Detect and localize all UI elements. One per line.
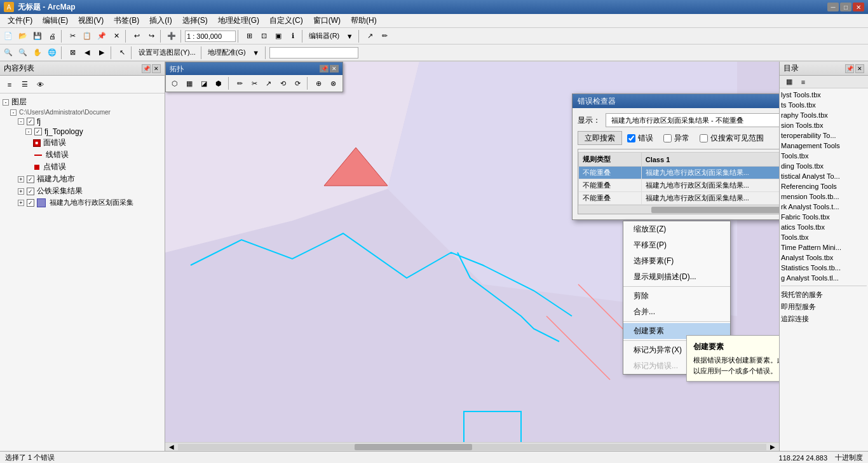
topo-btn-8[interactable]: ⟲ (276, 76, 290, 90)
select-features-btn[interactable]: ▣ (271, 29, 285, 43)
topo-btn-5[interactable]: ✏ (233, 76, 247, 90)
maximize-button[interactable]: □ (840, 3, 851, 11)
map-area[interactable]: 拓扑 📌 ✕ ⬡ ▦ ◪ ⬢ ✏ ✂ ↗ ⟲ ⟳ ⊕ ⊗ (165, 62, 779, 451)
dialog-title-bar[interactable]: 错误检查器 ─ ✕ (573, 94, 779, 108)
topo-btn-9[interactable]: ⟳ (291, 76, 304, 90)
menu-select[interactable]: 选择(S) (177, 14, 213, 27)
print-btn[interactable]: 🖨 (45, 29, 59, 43)
scroll-right-btn[interactable]: ▶ (766, 443, 779, 450)
exception-checkbox[interactable] (663, 134, 672, 142)
fwd-extent-btn[interactable]: ▶ (95, 46, 109, 60)
catalog-item[interactable]: tistical Analyst To... (781, 171, 867, 181)
menu-geoprocessing[interactable]: 地理处理(G) (213, 14, 264, 27)
topo-btn-4[interactable]: ⬢ (212, 76, 226, 90)
topology-toolbar-header[interactable]: 拓扑 📌 ✕ (166, 62, 342, 75)
close-button[interactable]: ✕ (853, 3, 864, 11)
georef-dropdown-btn[interactable]: ▼ (249, 46, 263, 60)
menu-window[interactable]: 窗口(W) (308, 14, 346, 27)
back-extent-btn[interactable]: ◀ (80, 46, 94, 60)
identify-btn[interactable]: ℹ (286, 29, 300, 43)
zoom-full-btn[interactable]: ⊞ (242, 29, 256, 43)
new-btn[interactable]: 📄 (1, 29, 15, 43)
editor-dropdown-btn[interactable]: ▼ (342, 29, 356, 43)
menu-bookmark[interactable]: 书签(B) (109, 14, 144, 27)
ctx-show-rule-desc[interactable]: 显示规则描述(D)... (623, 269, 730, 285)
catalog-item-managed-svc[interactable]: 我托管的服务 (781, 289, 867, 301)
toc-fujian-admin[interactable]: + 福建九地市行政区划面采集 (18, 197, 162, 208)
visible-only-checkbox[interactable] (700, 134, 708, 142)
selectable-layers-btn[interactable]: 设置可选图层(Y)... (135, 46, 199, 60)
menu-file[interactable]: 文件(F) (3, 14, 37, 27)
toc-layers-root[interactable]: - 图层 (3, 96, 162, 108)
topo-btn-11[interactable]: ⊗ (327, 76, 340, 90)
edit-tool-btn[interactable]: ↗ (363, 29, 377, 43)
toc-fj-topology[interactable]: - fj_Topology (25, 127, 162, 137)
toc-9city-checkbox[interactable] (27, 176, 34, 183)
catalog-item[interactable]: mension Tools.tb... (781, 191, 867, 202)
hscroll-thumb[interactable] (355, 444, 472, 450)
visible-only-checkbox-label[interactable]: 仅搜索可见范围 (700, 133, 764, 144)
catalog-item[interactable]: Tools.tbx (781, 151, 867, 161)
catalog-item[interactable]: Time Pattern Mini... (781, 242, 867, 252)
toc-list-by-source-btn[interactable]: ☰ (18, 78, 32, 91)
menu-edit[interactable]: 编辑(E) (37, 14, 73, 27)
catalog-item[interactable]: Referencing Tools (781, 181, 867, 191)
scale-input[interactable] (185, 31, 236, 42)
toc-fujian-9city[interactable]: + 福建九地市 (18, 173, 162, 185)
table-row[interactable]: 不能重叠 福建九地市行政区划面采集结果... 面 1 (579, 179, 780, 192)
select-arrow-btn[interactable]: ↖ (115, 46, 129, 60)
toc-fj-checkbox[interactable] (27, 118, 34, 125)
topo-btn-10[interactable]: ⊕ (312, 76, 325, 90)
add-data-btn[interactable]: ➕ (165, 29, 179, 43)
toc-admin-checkbox[interactable] (27, 199, 34, 207)
minimize-button[interactable]: ─ (827, 3, 839, 11)
topo-btn-2[interactable]: ▦ (183, 76, 196, 90)
catalog-item[interactable]: lyst Tools.tbx (781, 90, 867, 100)
toc-gongtie-checkbox[interactable] (27, 188, 34, 195)
catalog-item[interactable]: teroperability To... (781, 130, 867, 141)
ctx-zoom-to[interactable]: 缩放至(Z) (623, 221, 730, 237)
error-checkbox[interactable] (627, 134, 635, 142)
toc-gongtie[interactable]: + 公铁采集结果 (18, 185, 162, 197)
toc-pin-btn[interactable]: 📌 (142, 64, 151, 73)
catalog-item[interactable]: Management Tools (781, 141, 867, 151)
catalog-item[interactable]: g Analyst Tools.tl... (781, 273, 867, 283)
scroll-left-btn[interactable]: ◀ (165, 443, 178, 450)
topology-toolbar-pin[interactable]: 📌 (320, 65, 329, 73)
map-hscroll[interactable]: ◀ ▶ (165, 442, 779, 451)
paste-btn[interactable]: 📌 (95, 29, 109, 43)
table-scrollbar-h[interactable] (578, 205, 779, 214)
catalog-item[interactable]: Statistics Tools.tb... (781, 263, 867, 273)
menu-insert[interactable]: 插入(I) (144, 14, 177, 27)
topo-btn-6[interactable]: ✂ (248, 76, 261, 90)
redo-btn[interactable]: ↪ (144, 29, 158, 43)
globe-btn[interactable]: 🌐 (45, 46, 59, 60)
menu-help[interactable]: 帮助(H) (346, 14, 382, 27)
toc-file-path[interactable]: - C:\Users\Administrator\Documer (10, 108, 162, 116)
menu-customize[interactable]: 自定义(C) (264, 14, 308, 27)
catalog-item[interactable]: sion Tools.tbx (781, 120, 867, 130)
catalog-item[interactable]: Tools.tbx (781, 232, 867, 242)
error-checkbox-label[interactable]: 错误 (627, 133, 653, 144)
catalog-toolbar-btn1[interactable]: ▦ (782, 76, 796, 88)
toc-fj-group[interactable]: - fj (18, 116, 162, 127)
topo-btn-3[interactable]: ◪ (198, 76, 211, 90)
catalog-item-track-connect[interactable]: 追踪连接 (781, 313, 867, 325)
catalog-item[interactable]: Fabric Tools.tbx (781, 212, 867, 222)
delete-btn[interactable]: ✕ (109, 29, 123, 43)
catalog-item[interactable]: rk Analyst Tools.t... (781, 202, 867, 212)
catalog-toolbar-btn2[interactable]: ≡ (796, 76, 810, 88)
exception-checkbox-label[interactable]: 异常 (663, 133, 689, 144)
catalog-item-ready-svc[interactable]: 即用型服务 (781, 301, 867, 313)
table-row[interactable]: 不能重叠 福建九地市行政区划面采集结果... 面 6 (579, 167, 780, 179)
ctx-merge[interactable]: 合并... (623, 304, 730, 320)
table-row[interactable]: 不能重叠 福建九地市行政区划面采集结果... 面 3 (579, 192, 780, 205)
search-input[interactable] (269, 47, 358, 59)
undo-btn[interactable]: ↩ (130, 29, 144, 43)
catalog-item[interactable]: raphy Tools.tbx (781, 110, 867, 120)
catalog-item[interactable]: atics Tools.tbx (781, 222, 867, 232)
catalog-item[interactable]: ding Tools.tbx (781, 161, 867, 171)
ctx-trim[interactable]: 剪除 (623, 288, 730, 304)
toc-face-error[interactable]: ■ 面错误 (33, 137, 162, 149)
toc-line-error[interactable]: 线错误 (33, 149, 162, 161)
